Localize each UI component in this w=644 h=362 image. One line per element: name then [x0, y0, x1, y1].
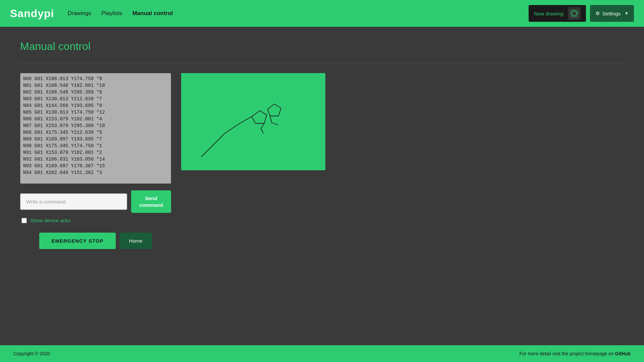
header-left: Sandypi Drawings Playlists Manual contro… [10, 7, 173, 20]
home-button[interactable]: Home [120, 233, 152, 249]
action-buttons: EMERGENCY STOP Home [20, 233, 171, 249]
gcode-line: N81 G01 X108.548 Y182.001 *10 [23, 82, 168, 89]
gcode-line: N80 G01 X108.013 Y174.750 *9 [23, 75, 168, 82]
gcode-line: N90 G01 X175.345 Y174.750 *1 [23, 142, 168, 149]
gcode-line: N82 G01 X108.548 Y205.389 *6 [23, 89, 168, 96]
settings-button[interactable]: ⚙ Settings ▼ [590, 5, 634, 22]
gcode-line: N93 G01 X189.097 Y170.307 *15 [23, 163, 168, 169]
settings-icon: ⚙ [595, 10, 600, 16]
copyright: Copyright © 2020 [13, 351, 50, 356]
header-right: Now drawing: ⚙ Settings ▼ [529, 5, 634, 22]
nav-manual-control[interactable]: Manual control [132, 10, 173, 17]
gcode-line: N87 G01 X153.079 Y205.389 *10 [23, 122, 168, 129]
gcode-line: N86 G01 X153.079 Y182.001 *4 [23, 116, 168, 122]
nav: Drawings Playlists Manual control [67, 10, 173, 17]
gcode-line: N85 G01 X130.813 Y174.750 *12 [23, 109, 168, 116]
settings-label: Settings [602, 11, 621, 16]
logo: Sandypi [10, 7, 54, 20]
drawing-canvas [181, 73, 325, 170]
gcode-line: N94 G01 X202.849 Y151.362 *3 [23, 169, 168, 176]
now-drawing-label: Now drawing: [534, 11, 565, 16]
chevron-down-icon: ▼ [625, 11, 629, 16]
gcode-line: N91 G01 X153.079 Y182.001 *2 [23, 149, 168, 156]
checkbox-row: Show device acks [21, 218, 171, 223]
page-title: Manual control [20, 40, 624, 53]
gcode-line: N83 G01 X130.813 Y212.639 *7 [23, 96, 168, 102]
gcode-line: N89 G01 X189.097 Y193.695 *7 [23, 136, 168, 142]
header: Sandypi Drawings Playlists Manual contro… [0, 0, 644, 27]
gcode-line: N88 G01 X175.345 Y212.639 *5 [23, 129, 168, 136]
gcode-list[interactable]: N80 G01 X108.013 Y174.750 *9N81 G01 X108… [20, 73, 171, 184]
gcode-line: N84 G01 X144.566 Y193.695 *0 [23, 102, 168, 109]
show-device-acks-label[interactable]: Show device acks [30, 218, 70, 223]
nav-playlists[interactable]: Playlists [101, 10, 122, 17]
drawing-preview [181, 73, 325, 170]
svg-point-7 [571, 15, 573, 17]
emergency-stop-button[interactable]: EMERGENCY STOP [39, 233, 115, 249]
svg-point-5 [571, 10, 573, 12]
main-content: Manual control N80 G01 X108.013 Y174.750… [0, 27, 644, 345]
show-device-acks-checkbox[interactable] [21, 218, 27, 223]
footer-detail-text: For more detail visit the project homepa… [520, 351, 615, 356]
send-command-button[interactable]: Send command [131, 190, 171, 213]
command-area: Send command [20, 190, 171, 213]
now-drawing-button[interactable]: Now drawing: [529, 5, 586, 22]
left-panel: N80 G01 X108.013 Y174.750 *9N81 G01 X108… [20, 73, 171, 249]
svg-marker-10 [268, 104, 281, 116]
content-area: N80 G01 X108.013 Y174.750 *9N81 G01 X108… [20, 73, 624, 249]
svg-marker-9 [252, 111, 267, 123]
now-drawing-thumbnail [568, 7, 581, 20]
gcode-line: N92 G01 X166.831 Y163.056 *14 [23, 156, 168, 163]
svg-point-8 [576, 15, 578, 17]
github-link[interactable]: GitHub [615, 351, 631, 356]
footer-right: For more detail visit the project homepa… [520, 351, 631, 356]
divider [20, 63, 624, 63]
command-input[interactable] [20, 193, 127, 210]
nav-drawings[interactable]: Drawings [67, 10, 91, 17]
footer: Copyright © 2020 For more detail visit t… [0, 345, 644, 362]
svg-point-6 [576, 10, 578, 12]
